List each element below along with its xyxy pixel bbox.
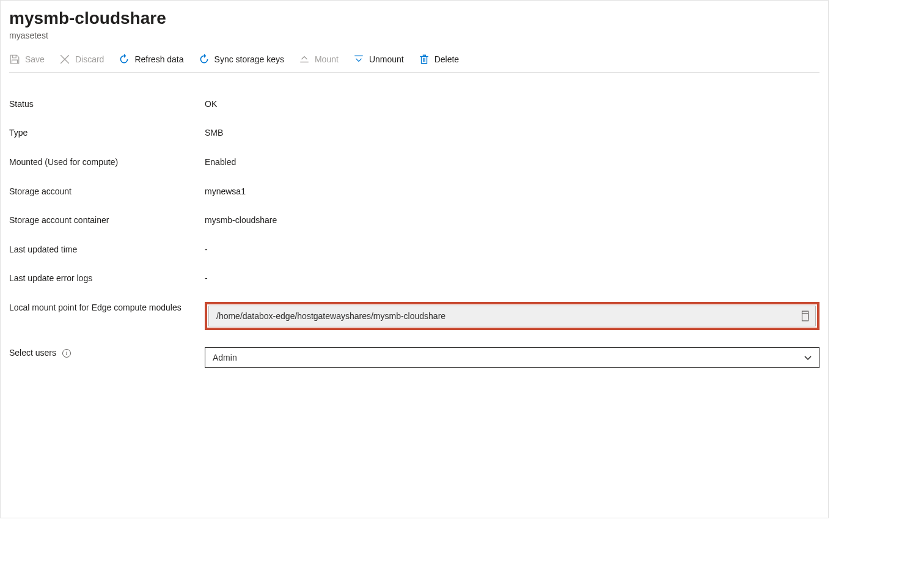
mount-point-label: Local mount point for Edge compute modul…	[9, 302, 205, 314]
storage-container-value: mysmb-cloudshare	[205, 215, 820, 227]
storage-account-value: mynewsa1	[205, 186, 820, 198]
mounted-label: Mounted (Used for compute)	[9, 156, 205, 169]
sync-icon	[199, 54, 210, 65]
row-storage-container: Storage account container mysmb-cloudsha…	[9, 206, 820, 235]
last-error-logs-label: Last update error logs	[9, 273, 205, 285]
unmount-label: Unmount	[369, 55, 404, 64]
sync-button[interactable]: Sync storage keys	[199, 54, 284, 65]
save-button: Save	[9, 54, 45, 65]
mount-button: Mount	[299, 54, 339, 65]
copy-button[interactable]	[799, 311, 810, 322]
select-users-dropdown[interactable]: Admin	[205, 347, 820, 368]
select-users-value: Admin	[213, 353, 803, 362]
storage-container-label: Storage account container	[9, 215, 205, 227]
unmount-button[interactable]: Unmount	[353, 54, 404, 65]
row-last-updated: Last updated time -	[9, 235, 820, 265]
row-status: Status OK	[9, 90, 820, 119]
last-updated-label: Last updated time	[9, 244, 205, 256]
discard-label: Discard	[75, 55, 104, 64]
delete-button[interactable]: Delete	[419, 54, 459, 65]
status-label: Status	[9, 98, 205, 111]
title-block: mysmb-cloudshare myasetest	[9, 9, 166, 40]
svg-rect-0	[802, 313, 809, 320]
save-icon	[9, 54, 20, 65]
save-label: Save	[25, 55, 45, 64]
chevron-down-icon	[803, 353, 813, 362]
mount-point-highlight: /home/databox-edge/hostgatewayshares/mys…	[205, 302, 820, 330]
discard-icon	[59, 54, 70, 65]
type-value: SMB	[205, 127, 820, 139]
refresh-button[interactable]: Refresh data	[119, 54, 183, 65]
delete-icon	[419, 54, 430, 65]
close-button[interactable]	[815, 9, 822, 29]
mount-point-value: /home/databox-edge/hostgatewayshares/mys…	[216, 311, 799, 321]
last-error-logs-value: -	[205, 273, 820, 285]
row-mounted: Mounted (Used for compute) Enabled	[9, 148, 820, 177]
discard-button: Discard	[59, 54, 104, 65]
row-storage-account: Storage account mynewsa1	[9, 177, 820, 207]
info-icon[interactable]: i	[62, 349, 71, 358]
form-area: Status OK Type SMB Mounted (Used for com…	[9, 73, 820, 377]
row-last-error-logs: Last update error logs -	[9, 264, 820, 293]
mounted-value: Enabled	[205, 156, 820, 169]
refresh-label: Refresh data	[134, 55, 183, 64]
mount-label: Mount	[315, 55, 339, 64]
select-users-label-text: Select users	[9, 348, 56, 358]
toolbar: Save Discard Refresh data Sync storage k…	[9, 44, 820, 73]
refresh-icon	[119, 54, 130, 65]
type-label: Type	[9, 127, 205, 139]
delete-label: Delete	[435, 55, 459, 64]
share-details-panel: mysmb-cloudshare myasetest Save Discard	[0, 0, 829, 518]
sync-label: Sync storage keys	[215, 55, 284, 64]
select-users-label: Select users i	[9, 347, 205, 359]
copy-icon	[799, 314, 810, 323]
status-value: OK	[205, 98, 820, 111]
page-title: mysmb-cloudshare	[9, 9, 166, 28]
last-updated-value: -	[205, 244, 820, 256]
row-mount-point: Local mount point for Edge compute modul…	[9, 293, 820, 339]
unmount-icon	[353, 54, 364, 65]
row-select-users: Select users i Admin	[9, 339, 820, 377]
panel-header: mysmb-cloudshare myasetest	[9, 1, 820, 40]
mount-point-box: /home/databox-edge/hostgatewayshares/mys…	[208, 306, 816, 326]
row-type: Type SMB	[9, 119, 820, 148]
storage-account-label: Storage account	[9, 186, 205, 198]
mount-icon	[299, 54, 310, 65]
page-subtitle: myasetest	[9, 31, 166, 40]
